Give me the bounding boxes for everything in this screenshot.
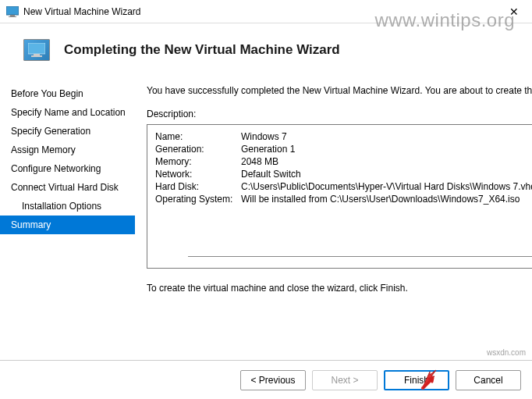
sidebar-item-configure-networking[interactable]: Configure Networking [0,159,135,178]
svg-rect-5 [31,55,42,57]
titlebar: New Virtual Machine Wizard ✕ [0,0,532,23]
wizard-header-icon [23,39,50,61]
desc-key-os: Operating System: [155,194,241,205]
desc-row-memory: Memory: 2048 MB [155,156,532,167]
button-bar: < Previous Next > Finish Cancel [0,360,532,399]
svg-rect-1 [10,15,15,16]
page-title: Completing the New Virtual Machine Wizar… [64,42,340,58]
desc-key-harddisk: Hard Disk: [155,181,241,192]
sidebar-item-summary[interactable]: Summary [0,216,135,234]
desc-val-name: Windows 7 [241,131,287,142]
titlebar-title: New Virtual Machine Wizard [23,6,502,17]
sidebar-item-connect-disk[interactable]: Connect Virtual Hard Disk [0,178,135,197]
description-label: Description: [147,109,532,119]
svg-rect-0 [6,6,19,15]
cancel-button[interactable]: Cancel [456,370,521,390]
desc-row-harddisk: Hard Disk: C:\Users\Public\Documents\Hyp… [155,181,532,192]
desc-key-network: Network: [155,169,241,180]
desc-val-network: Default Switch [241,169,301,180]
header-section: Completing the New Virtual Machine Wizar… [0,23,532,84]
sidebar-item-installation-options[interactable]: Installation Options [0,197,135,216]
desc-row-os: Operating System: Will be installed from… [155,194,532,205]
previous-button[interactable]: < Previous [240,370,306,390]
desc-row-network: Network: Default Switch [155,169,532,180]
desc-val-harddisk: C:\Users\Public\Documents\Hyper-V\Virtua… [241,181,532,192]
svg-rect-2 [9,16,16,17]
sidebar: Before You Begin Specify Name and Locati… [0,84,135,365]
svg-rect-4 [34,54,40,55]
desc-val-os: Will be installed from C:\Users\User\Dow… [241,194,520,205]
finish-instruction-text: To create the virtual machine and close … [147,283,532,294]
hyperv-icon [6,5,19,18]
description-scrollbar-track[interactable] [188,256,532,257]
sidebar-item-before-you-begin[interactable]: Before You Begin [0,84,135,103]
close-button[interactable]: ✕ [502,0,526,23]
main-area: Before You Begin Specify Name and Locati… [0,84,532,365]
description-box: Name: Windows 7 Generation: Generation 1… [147,124,532,269]
desc-row-generation: Generation: Generation 1 [155,144,532,155]
desc-key-name: Name: [155,131,241,142]
desc-key-generation: Generation: [155,144,241,155]
finish-button[interactable]: Finish [384,370,449,390]
desc-val-memory: 2048 MB [241,156,278,167]
next-button: Next > [312,370,378,390]
desc-key-memory: Memory: [155,156,241,167]
sidebar-item-specify-generation[interactable]: Specify Generation [0,122,135,141]
sidebar-item-assign-memory[interactable]: Assign Memory [0,141,135,159]
sidebar-item-specify-name[interactable]: Specify Name and Location [0,103,135,122]
desc-row-name: Name: Windows 7 [155,131,532,142]
intro-text: You have successfully completed the New … [147,84,532,98]
desc-val-generation: Generation 1 [241,144,295,155]
content-panel: You have successfully completed the New … [135,84,532,365]
svg-rect-3 [28,43,45,54]
